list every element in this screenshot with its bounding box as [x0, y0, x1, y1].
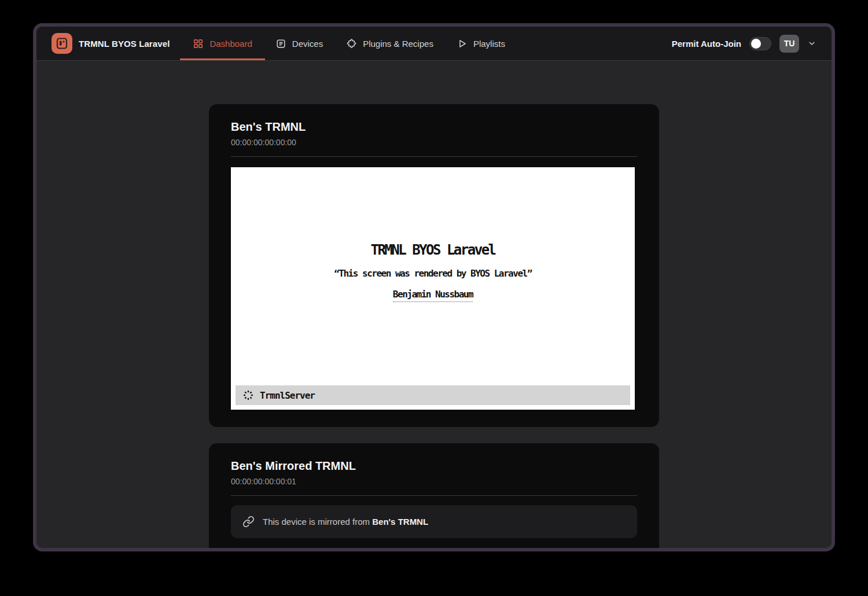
screen-title: TRMNL BYOS Laravel: [231, 167, 635, 259]
user-avatar[interactable]: TU: [779, 35, 799, 53]
permit-auto-join-toggle[interactable]: [749, 37, 771, 50]
dashboard-content: Ben's TRMNL 00:00:00:00:00:00 TRMNL BYOS…: [36, 61, 832, 548]
screen-author: Benjamin Nussbaum: [393, 289, 473, 302]
screen-status-label: TrmnlServer: [260, 390, 315, 401]
permit-auto-join-label: Permit Auto-Join: [672, 39, 741, 49]
dashboard-grid-icon: [193, 38, 204, 49]
device-card-bens-mirrored-trmnl: Ben's Mirrored TRMNL 00:00:00:00:00:01 T…: [209, 443, 659, 548]
app-window: TRMNL BYOS Laravel Dashboard Devices: [33, 23, 835, 551]
mirror-note-text: This device is mirrored from Ben's TRMNL: [263, 517, 428, 527]
nav-item-playlists[interactable]: Playlists: [450, 27, 512, 60]
device-mac-address: 00:00:00:00:00:01: [231, 476, 637, 487]
nav-item-devices[interactable]: Devices: [269, 27, 330, 60]
nav-item-plugins-recipes[interactable]: Plugins & Recipes: [339, 27, 440, 60]
play-icon: [457, 38, 468, 49]
card-divider: [231, 495, 637, 496]
puzzle-icon: [346, 38, 357, 49]
eink-screen-preview: TRMNL BYOS Laravel “This screen was rend…: [231, 167, 635, 410]
device-name: Ben's Mirrored TRMNL: [231, 458, 637, 473]
brand[interactable]: TRMNL BYOS Laravel: [52, 33, 170, 54]
mirror-note: This device is mirrored from Ben's TRMNL: [231, 505, 637, 538]
nav-item-dashboard[interactable]: Dashboard: [186, 27, 259, 60]
device-card-bens-trmnl: Ben's TRMNL 00:00:00:00:00:00 TRMNL BYOS…: [209, 104, 659, 427]
device-name: Ben's TRMNL: [231, 119, 637, 134]
screen-quote: “This screen was rendered by BYOS Larave…: [231, 268, 635, 279]
card-divider: [231, 156, 637, 157]
spinner-icon: [242, 389, 254, 401]
nav-label-playlists: Playlists: [473, 39, 505, 49]
mirror-source-name: Ben's TRMNL: [372, 517, 428, 527]
main-nav: Dashboard Devices Plugins & Recipes: [186, 27, 521, 60]
toggle-knob: [751, 39, 761, 49]
trmnl-logo-icon: [52, 33, 72, 54]
nav-label-devices: Devices: [292, 39, 323, 49]
link-icon: [242, 516, 255, 528]
top-navbar: TRMNL BYOS Laravel Dashboard Devices: [36, 27, 832, 61]
navbar-right: Permit Auto-Join TU: [672, 35, 816, 53]
nav-label-dashboard: Dashboard: [209, 39, 252, 49]
chevron-down-icon[interactable]: [807, 39, 816, 48]
devices-icon: [275, 38, 286, 49]
nav-label-plugins-recipes: Plugins & Recipes: [363, 39, 433, 49]
mirror-note-prefix: This device is mirrored from: [263, 517, 372, 527]
device-mac-address: 00:00:00:00:00:00: [231, 137, 637, 148]
app-title: TRMNL BYOS Laravel: [79, 39, 170, 49]
screen-status-bar: TrmnlServer: [236, 385, 630, 405]
